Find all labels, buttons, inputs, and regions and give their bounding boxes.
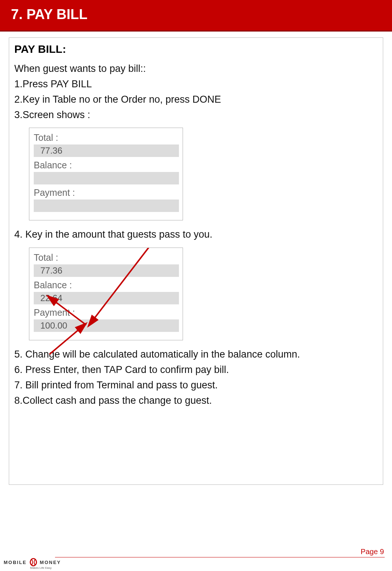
panel1-balance-label: Balance : <box>29 159 183 171</box>
brand-mark-icon <box>28 557 39 567</box>
section-title: PAY BILL: <box>14 43 378 55</box>
step-2: 2.Key in Table no or the Order no, press… <box>14 92 378 107</box>
step-7: 7. Bill printed from Terminal and pass t… <box>14 378 378 393</box>
footer-rule <box>55 557 385 557</box>
step-3: 3.Screen shows : <box>14 107 378 123</box>
screen-panel-1: Total : 77.36 Balance : Payment : <box>29 128 183 220</box>
header-title: 7. PAY BILL <box>11 7 87 22</box>
brand-tagline: Makes Life Easy <box>30 566 52 570</box>
panel2-balance-value: 22.64 <box>34 292 179 304</box>
panel1-payment-value <box>34 200 179 212</box>
step-6: 6. Press Enter, then TAP Card to confirm… <box>14 362 378 378</box>
panel2-payment-value: 100.00 <box>34 319 179 332</box>
step-4: 4. Key in the amount that guests pass to… <box>14 227 378 242</box>
page-footer: Page 9 MOBILE MONEY Makes Life Easy <box>0 545 392 571</box>
page-number: Page 9 <box>361 548 384 556</box>
panel2-total-value: 77.36 <box>34 264 179 277</box>
panel2-total-label: Total : <box>29 252 183 264</box>
brand-left-text: MOBILE <box>4 560 27 565</box>
brand-logo: MOBILE MONEY <box>4 557 61 567</box>
page-header: 7. PAY BILL <box>0 0 392 32</box>
panel2-balance-label: Balance : <box>29 279 183 291</box>
panel1-total-value: 77.36 <box>34 144 179 157</box>
content-box: PAY BILL: When guest wants to pay bill::… <box>9 37 383 485</box>
step-8: 8.Collect cash and pass the change to gu… <box>14 393 378 409</box>
panel1-total-label: Total : <box>29 132 183 144</box>
panel1-balance-value <box>34 172 179 184</box>
step-1: 1.Press PAY BILL <box>14 77 378 92</box>
panel1-payment-label: Payment : <box>29 187 183 199</box>
panel2-payment-label: Payment : <box>29 307 183 319</box>
brand-right-text: MONEY <box>40 560 61 565</box>
screen-panel-2: Total : 77.36 Balance : 22.64 Payment : … <box>29 248 183 340</box>
intro-line: When guest wants to pay bill:: <box>14 61 378 77</box>
step-5: 5. Change will be calculated automatical… <box>14 347 378 362</box>
